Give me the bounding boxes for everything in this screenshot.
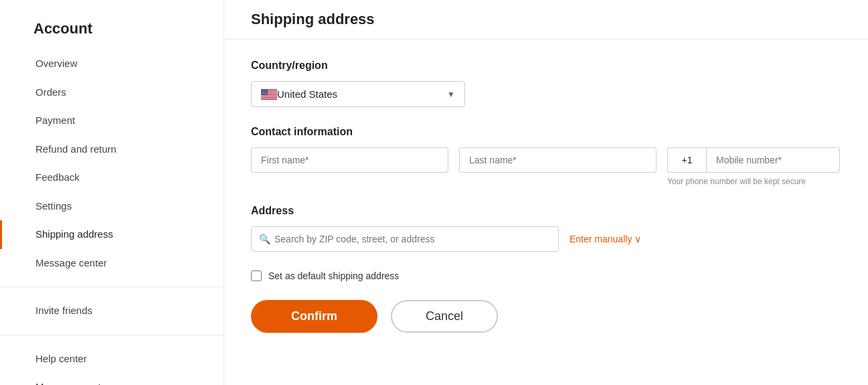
sidebar-item-overview[interactable]: Overview — [0, 50, 224, 78]
enter-manually-label: Enter manually — [570, 234, 632, 244]
page-title: Shipping address — [251, 11, 841, 28]
address-search-row: 🔍 Enter manually ∨ — [251, 226, 841, 252]
sidebar-item-payment[interactable]: Payment — [0, 106, 224, 135]
page-header: Shipping address — [224, 0, 868, 40]
sidebar-item-invite-friends[interactable]: Invite friends — [0, 297, 224, 325]
default-address-checkbox-row: Set as default shipping address — [251, 271, 841, 281]
sidebar-divider-2 — [0, 335, 224, 335]
address-section-title: Address — [251, 205, 841, 217]
sidebar-item-manage-reports[interactable]: Manage reports — [0, 373, 224, 385]
country-select[interactable]: ★★★★★ ★★★★ ★★★★★ ★★★★ United States ▼ — [251, 81, 465, 107]
svg-rect-12 — [261, 98, 277, 99]
default-address-checkbox[interactable] — [251, 271, 262, 281]
country-section: Country/region — [251, 60, 841, 107]
address-section: Address 🔍 Enter manually ∨ — [251, 205, 841, 252]
sidebar-item-shipping-address[interactable]: Shipping address — [0, 220, 224, 249]
svg-rect-11 — [261, 98, 277, 98]
svg-rect-8 — [261, 95, 277, 96]
country-section-title: Country/region — [251, 60, 841, 72]
phone-row: +1 — [667, 147, 840, 173]
sidebar-item-refund-return[interactable]: Refund and return — [0, 135, 224, 164]
address-search-input[interactable] — [251, 226, 559, 252]
form-container: Country/region — [224, 40, 868, 385]
phone-note: Your phone number will be kept secure — [667, 177, 840, 186]
sidebar-divider-1 — [0, 287, 224, 287]
svg-rect-10 — [261, 97, 277, 98]
main-content: Shipping address Country/region — [224, 0, 868, 385]
enter-manually-button[interactable]: Enter manually ∨ — [570, 234, 641, 244]
default-address-label[interactable]: Set as default shipping address — [268, 271, 399, 281]
phone-group: +1 Your phone number will be kept secure — [667, 147, 840, 186]
search-icon: 🔍 — [259, 234, 270, 244]
confirm-button[interactable]: Confirm — [251, 300, 377, 333]
lastname-input[interactable] — [459, 147, 657, 173]
sidebar: Account Overview Orders Payment Refund a… — [0, 0, 224, 385]
phone-code: +1 — [667, 147, 706, 173]
contact-section-title: Contact information — [251, 126, 841, 138]
cancel-button[interactable]: Cancel — [391, 300, 498, 333]
country-value: United States — [277, 88, 442, 100]
sidebar-item-settings[interactable]: Settings — [0, 192, 224, 221]
chevron-down-icon-manual: ∨ — [634, 234, 641, 244]
sidebar-item-orders[interactable]: Orders — [0, 78, 224, 107]
us-flag-icon: ★★★★★ ★★★★ ★★★★★ ★★★★ — [261, 89, 277, 100]
firstname-input[interactable] — [251, 147, 448, 173]
sidebar-item-help-center[interactable]: Help center — [0, 345, 224, 374]
sidebar-title: Account — [0, 13, 224, 50]
svg-rect-9 — [261, 96, 277, 97]
sidebar-item-feedback[interactable]: Feedback — [0, 163, 224, 192]
mobile-input[interactable] — [706, 147, 840, 173]
sidebar-item-message-center[interactable]: Message center — [0, 249, 224, 278]
chevron-down-icon: ▼ — [447, 90, 455, 99]
button-row: Confirm Cancel — [251, 300, 841, 333]
contact-row: +1 Your phone number will be kept secure — [251, 147, 841, 186]
contact-section: Contact information +1 Your phone number… — [251, 126, 841, 186]
search-input-wrapper: 🔍 — [251, 226, 559, 252]
svg-rect-7 — [261, 94, 277, 95]
